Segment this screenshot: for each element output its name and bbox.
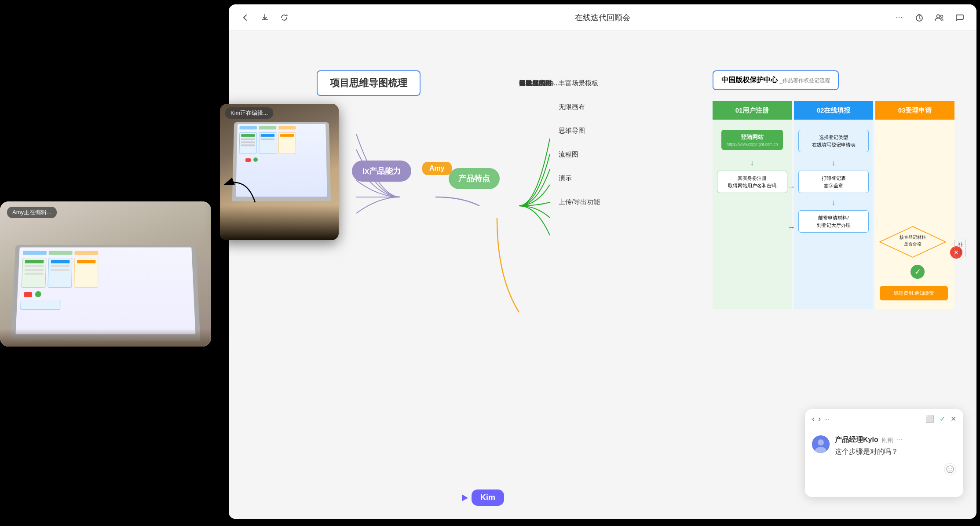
amy-cursor-label: Amy [422,162,452,175]
mini-block-1 [240,126,257,130]
amy-red-node [24,292,32,297]
chat-header: ‹ › ··· ⬜ ✓ ✕ [805,409,963,429]
central-node: ix产品能力 [352,161,411,182]
more-button[interactable]: ··· [893,11,905,24]
flow-box-fee: 确定费用,通知缴费 [880,286,948,300]
chat-more-icon[interactable]: ··· [824,416,829,422]
emoji-button[interactable] [944,463,956,475]
branch-left-items: 丰富场景模板 无限画布 思维导图 流程图 演示 上传/导出功能 [559,79,600,206]
login-website-btn[interactable]: 登陆网站 https://www.copyright.com.cn [721,130,783,150]
amy-mini-node-1 [23,251,47,255]
arrow-down-1: ↓ [749,158,756,167]
chat-expand-icon[interactable]: ⬜ [925,415,934,423]
window-title: 在线迭代回顾会 [575,12,630,23]
svg-point-9 [947,466,954,473]
timer-button[interactable] [913,11,925,24]
svg-text:是否合格: 是否合格 [904,241,921,246]
arrow-down-3: ↓ [830,198,837,207]
amy-mini-node-3 [74,251,98,255]
flow-box-select-type: 选择登记类型在线填写登记申请表 [798,130,869,152]
chat-check-icon[interactable]: ✓ [940,415,945,423]
svg-point-7 [818,439,824,446]
amy-panel-header: Amy正在编辑... [7,207,57,218]
chat-forward-icon[interactable]: › [818,414,821,424]
sync-button[interactable] [278,11,290,24]
step-01: 01用户注册 [713,101,792,120]
amy-bottom-box [20,301,60,310]
title-bar-right: ··· [893,11,966,24]
kim-bottom-fade [220,205,339,240]
mini-panel-2 [259,132,276,154]
svg-point-11 [951,468,952,469]
kim-panel-header: Kim正在编辑... [225,107,273,119]
svg-point-1 [937,15,940,18]
product-features-node: 产品特点 [449,168,500,189]
mini-block-3 [278,126,296,130]
amy-green-circle [35,291,42,297]
copyright-panel: 中国版权保护中心 _作品著作权登记流程 01用户注册 02在线填报 03受理申请… [713,62,959,317]
flow-box-print: 打印登记表签字盖章 [798,171,869,193]
flow-box-register: 真实身份注册取得网站用户名和密码 [717,171,787,193]
sender-avatar [812,435,830,453]
amy-video-panel: Amy正在编辑... [0,201,211,347]
mini-block-2 [259,126,276,130]
svg-text:核查登记材料: 核查登记材料 [899,235,926,240]
step-02: 02在线填报 [794,101,873,120]
mini-panel-1 [239,132,256,154]
download-button[interactable] [259,11,271,24]
step-03-bg [875,120,954,309]
chat-message-body: 产品经理Kylo 刚刚 ··· 这个步骤是对的吗？ [805,429,963,463]
amy-laptop-body [11,245,201,341]
svg-point-10 [949,468,950,469]
sender-name: 产品经理Kylo [835,435,878,445]
back-button[interactable] [239,11,252,24]
amy-laptop-screen [15,247,195,334]
kim-laptop-body [232,122,331,201]
kim-cursor: Kim [462,489,504,506]
chat-controls: ⬜ ✓ ✕ [925,415,956,423]
chat-name-row: 产品经理Kylo 刚刚 ··· [835,435,956,445]
main-window: 在线迭代回顾会 ··· [229,4,976,519]
kim-screen-content [236,124,327,197]
kim-laptop-screen [236,124,327,197]
amy-mini-panel-1 [21,258,46,288]
kim-panel-background [220,104,339,240]
amy-mini-node-2 [49,251,73,255]
flow-box-mail: 邮寄申请材料/到登记大厅办理 [798,210,869,233]
arrow-right-2: → [787,223,795,232]
amy-mini-panel-2 [48,258,72,288]
kim-cursor-text: Kim [472,489,504,506]
mini-red-node [245,158,251,162]
arrow-right-1: → [787,183,795,192]
canvas-area: 项目思维导图梳理 丰富场景模板 无限画布 思维导图 流程图 演示 上传/导出功能… [229,31,976,519]
amy-bottom-fade [0,329,211,347]
title-bar-left [239,11,290,24]
chat-button[interactable] [954,11,966,24]
check-circle: ✓ [911,265,925,279]
fix-label: 补正 [954,240,966,257]
title-bar: 在线迭代回顾会 ··· [229,4,976,31]
svg-point-2 [941,15,943,17]
copyright-title: 中国版权保护中心 _作品著作权登记流程 [713,70,839,90]
chat-close-icon[interactable]: ✕ [951,415,956,423]
message-more-icon[interactable]: ··· [897,436,903,444]
kim-video-panel: Kim正在编辑... [220,104,339,240]
mindmap-lines [273,57,713,365]
cursor-arrow-icon [462,494,468,501]
step-03: 03受理申请 [875,101,954,120]
amy-mini-panel-3 [74,258,98,288]
diamond-check: 核查登记材料 是否合格 [878,224,948,259]
arrow-down-2: ↓ [830,158,837,167]
chat-nav: ‹ › ··· [812,414,829,424]
chat-footer [805,463,963,481]
chat-panel: ‹ › ··· ⬜ ✓ ✕ [805,409,963,497]
mini-panel-3 [278,132,296,154]
chat-message-content: 产品经理Kylo 刚刚 ··· 这个步骤是对的吗？ [835,435,956,457]
mindmap-title: 项目思维导图梳理 [317,70,421,96]
mini-green-circle [253,157,258,162]
amy-panel-background [0,201,211,347]
message-text: 这个步骤是对的吗？ [835,446,956,457]
users-button[interactable] [933,11,946,24]
amy-screen-content [15,247,195,334]
chat-back-icon[interactable]: ‹ [812,414,815,424]
